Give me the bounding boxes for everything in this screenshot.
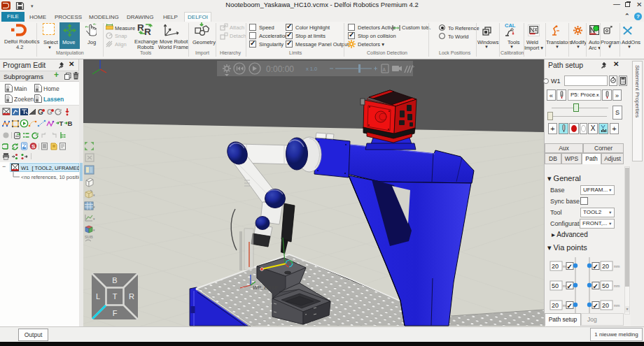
svg-text:0:00:00: 0:00:00 (266, 64, 294, 74)
svg-text:A: A (383, 67, 386, 72)
svg-text:S: S (31, 143, 36, 150)
svg-text:✓: ✓ (567, 282, 573, 290)
svg-text:R: R (129, 292, 134, 301)
svg-text:SUB: SUB (85, 235, 93, 239)
svg-text:20: 20 (602, 263, 609, 270)
svg-text:20: 20 (602, 302, 609, 309)
svg-text:✓: ✓ (567, 263, 573, 271)
svg-text:F: F (113, 309, 118, 317)
svg-text:T: T (113, 292, 118, 301)
svg-text:mm: mm (614, 303, 620, 308)
svg-text:T: T (59, 120, 64, 127)
svg-text:50: 50 (602, 282, 609, 289)
svg-text:B: B (112, 276, 117, 284)
svg-text:✓: ✓ (593, 263, 598, 271)
svg-text:50: 50 (552, 282, 559, 289)
svg-text:B: B (68, 120, 73, 127)
svg-text:20: 20 (552, 302, 559, 309)
svg-text:mm: mm (614, 264, 620, 268)
svg-text:20: 20 (552, 263, 559, 270)
svg-text:L: L (96, 292, 100, 301)
svg-text:x 1.0: x 1.0 (306, 66, 317, 72)
svg-text:mm: mm (614, 284, 620, 288)
svg-text:✓: ✓ (593, 302, 598, 310)
svg-text:WP_BASE: WP_BASE (253, 284, 279, 291)
svg-text:✓: ✓ (593, 282, 598, 290)
svg-text:✓: ✓ (567, 302, 573, 310)
